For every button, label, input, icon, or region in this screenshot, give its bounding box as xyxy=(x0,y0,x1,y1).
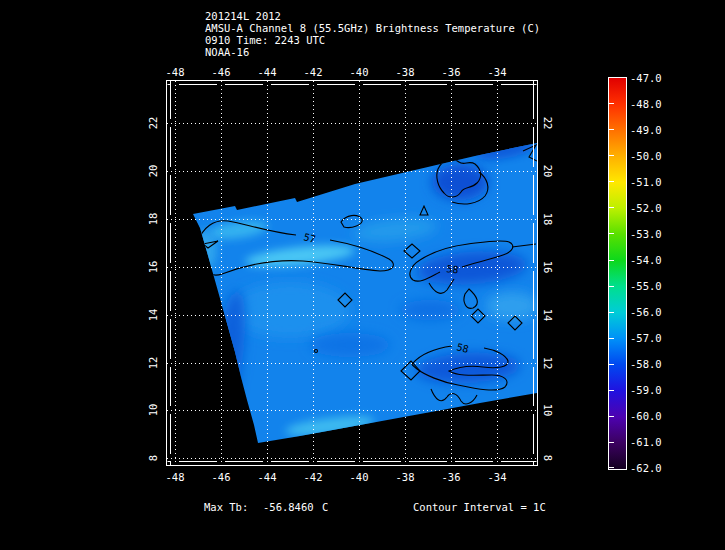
brightness-temperature-map: 57 58 58 xyxy=(0,0,725,550)
colorbar-ticks xyxy=(609,78,614,468)
swath-field: 57 58 58 xyxy=(167,81,538,465)
contour-label-58-upper: 58 xyxy=(446,263,459,276)
amsu-brightness-temperature-screen: 201214L 2012 AMSU-A Channel 8 (55.5GHz) … xyxy=(0,0,725,550)
